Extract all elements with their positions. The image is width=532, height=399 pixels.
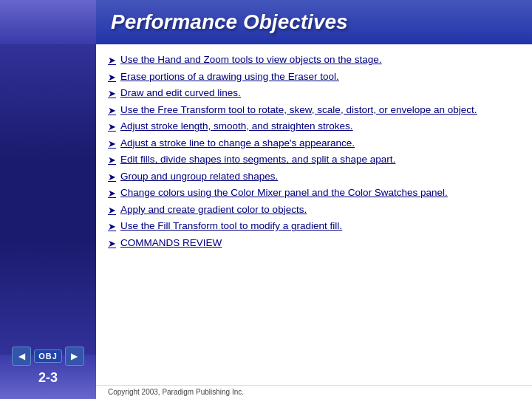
list-item: ➤Adjust stroke length, smooth, and strai… [108, 120, 520, 134]
list-item: ➤Draw and edit curved lines. [108, 86, 520, 100]
list-item: ➤Use the Fill Transform tool to modify a… [108, 219, 520, 233]
objective-text: Adjust stroke length, smooth, and straig… [120, 120, 352, 133]
arrow-icon: ➤ [108, 104, 116, 117]
objectives-list: ➤Use the Hand and Zoom tools to view obj… [108, 53, 520, 250]
title-bar: Performance Objectives [96, 0, 532, 44]
list-item: ➤Apply and create gradient color to obje… [108, 203, 520, 217]
arrow-icon: ➤ [108, 204, 116, 217]
arrow-icon: ➤ [108, 54, 116, 67]
slide-number: 2-3 [38, 370, 58, 386]
list-item: ➤Group and ungroup related shapes. [108, 170, 520, 184]
main-content: Performance Objectives ➤Use the Hand and… [96, 0, 532, 399]
list-item: ➤Adjust a stroke line to change a shape'… [108, 137, 520, 151]
arrow-icon: ➤ [108, 71, 116, 84]
objective-text: Edit fills, divide shapes into segments,… [120, 153, 395, 166]
objective-text: Adjust a stroke line to change a shape's… [120, 137, 355, 150]
arrow-icon: ➤ [108, 87, 116, 100]
obj-badge: OBJ [34, 349, 62, 363]
arrow-icon: ➤ [108, 237, 116, 250]
sidebar: ◀ OBJ ▶ 2-3 [0, 0, 96, 399]
nav-controls: ◀ OBJ ▶ [12, 347, 84, 366]
objective-text: Use the Fill Transform tool to modify a … [120, 219, 342, 233]
arrow-icon: ➤ [108, 187, 116, 200]
arrow-icon: ➤ [108, 120, 116, 134]
arrow-icon: ➤ [108, 220, 116, 233]
list-item: ➤Edit fills, divide shapes into segments… [108, 153, 520, 167]
arrow-icon: ➤ [108, 154, 116, 167]
sidebar-accent-top [0, 0, 96, 44]
list-item: ➤COMMANDS REVIEW [108, 236, 520, 250]
list-item: ➤Use the Hand and Zoom tools to view obj… [108, 53, 520, 67]
list-item: ➤Erase portions of a drawing using the E… [108, 70, 520, 84]
objective-text: Draw and edit curved lines. [120, 86, 241, 100]
objective-text: Group and ungroup related shapes. [120, 170, 278, 183]
list-item: ➤Change colors using the Color Mixer pan… [108, 186, 520, 200]
objective-text: Change colors using the Color Mixer pane… [120, 186, 448, 200]
objective-text: Erase portions of a drawing using the Er… [120, 70, 339, 83]
page-title: Performance Objectives [111, 10, 348, 33]
copyright: Copyright 2003, Paradigm Publishing Inc. [96, 385, 532, 399]
arrow-icon: ➤ [108, 137, 116, 151]
objective-text: Apply and create gradient color to objec… [120, 203, 307, 216]
objective-text: COMMANDS REVIEW [120, 236, 222, 250]
content-area: ➤Use the Hand and Zoom tools to view obj… [96, 44, 532, 385]
list-item: ➤Use the Free Transform tool to rotate, … [108, 103, 520, 117]
arrow-icon: ➤ [108, 171, 116, 184]
objective-text: Use the Hand and Zoom tools to view obje… [120, 53, 381, 66]
prev-button[interactable]: ◀ [12, 347, 31, 366]
next-button[interactable]: ▶ [65, 347, 84, 366]
objective-text: Use the Free Transform tool to rotate, s… [120, 103, 477, 117]
